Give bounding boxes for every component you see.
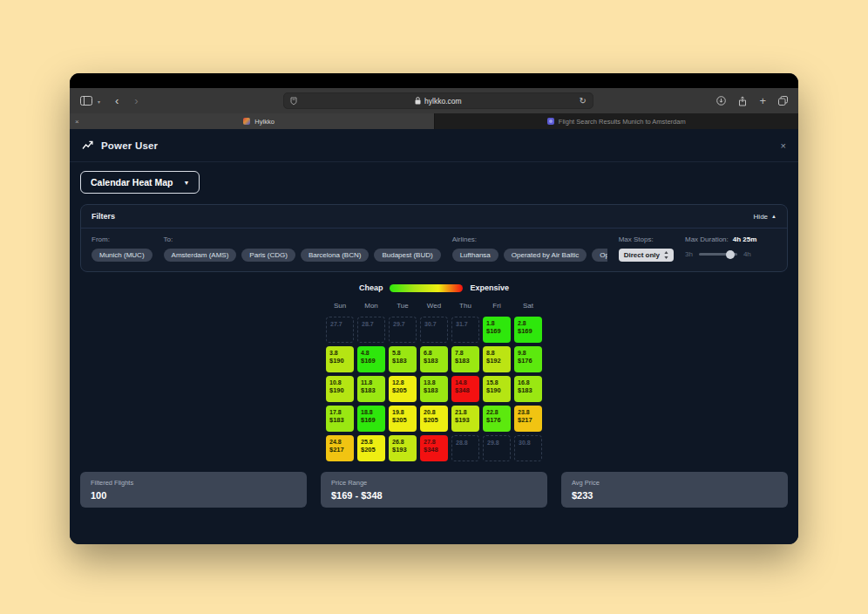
to-label: To:: [164, 235, 441, 243]
url-bar[interactable]: hylkko.com ↻: [283, 92, 593, 109]
heatmap-cell[interactable]: 13.8$183: [420, 376, 448, 402]
heatmap-week-row: 27.728.729.730.731.71.8$1692.8$169: [326, 317, 542, 343]
airlines-filter-group: Airlines: LufthansaOperated by Air Balti…: [452, 235, 607, 262]
heatmap-cell[interactable]: 7.8$183: [451, 346, 479, 372]
heatmap-cell[interactable]: 1.8$169: [483, 317, 511, 343]
day-header: Wed: [420, 302, 448, 310]
duration-slider[interactable]: [699, 253, 737, 256]
heatmap-cell[interactable]: 22.8$176: [483, 406, 511, 432]
hide-filters-button[interactable]: Hide ▲: [754, 213, 776, 221]
filter-chip[interactable]: Munich (MUC): [92, 249, 153, 262]
from-label: From:: [92, 235, 153, 243]
page-settings-icon[interactable]: [290, 97, 297, 106]
heatmap-cell[interactable]: 12.8$205: [389, 376, 417, 402]
tab-strip: × Hylkko Flight Search Results Munich to…: [70, 113, 798, 129]
heatmap-cell[interactable]: 10.8$190: [326, 376, 354, 402]
downloads-icon[interactable]: [716, 96, 726, 106]
heatmap-cell[interactable]: 23.8$217: [514, 406, 542, 432]
heatmap-cell[interactable]: 19.8$205: [389, 406, 417, 432]
tab-close-icon[interactable]: ×: [70, 118, 85, 126]
heatmap-cell[interactable]: 25.8$205: [357, 435, 385, 461]
airlines-label: Airlines:: [452, 235, 607, 243]
max-stops-label: Max Stops:: [619, 235, 674, 243]
heatmap-week-row: 10.8$19011.8$18312.8$20513.8$18314.8$348…: [326, 376, 542, 402]
close-panel-icon[interactable]: ×: [781, 140, 786, 151]
heatmap-cell[interactable]: 21.8$193: [451, 406, 479, 432]
view-selector-value: Calendar Heat Map: [91, 177, 173, 188]
chevron-down-icon: ▼: [184, 180, 190, 186]
max-stops-filter-group: Max Stops: Direct only: [619, 235, 674, 262]
from-filter-group: From: Munich (MUC): [92, 235, 153, 262]
heatmap-cell[interactable]: 9.8$176: [514, 346, 542, 372]
browser-window: ▾ ‹ › hylkko.com ↻ +: [70, 73, 798, 544]
sidebar-icon[interactable]: [80, 96, 92, 106]
calendar-heatmap: 27.728.729.730.731.71.8$1692.8$1693.8$19…: [70, 317, 798, 461]
select-arrows-icon: [664, 251, 668, 259]
filter-chip[interactable]: Amsterdam (AMS): [164, 249, 237, 262]
heatmap-cell-empty: 31.7: [451, 317, 479, 343]
back-icon[interactable]: ‹: [109, 95, 125, 106]
heatmap-cell[interactable]: 18.8$169: [357, 406, 385, 432]
filter-chip[interactable]: Paris (CDG): [241, 249, 295, 262]
day-header: Thu: [451, 302, 479, 310]
tab-overview-icon[interactable]: [778, 96, 788, 106]
page-content: Power User × Calendar Heat Map ▼ Filters…: [70, 129, 798, 544]
chevron-up-icon: ▲: [771, 214, 776, 219]
day-headers-row: SunMonTueWedThuFriSat: [70, 302, 798, 310]
filter-chip[interactable]: Operated by Air Baltic: [504, 249, 587, 262]
heatmap-cell[interactable]: 2.8$169: [514, 317, 542, 343]
filter-chip[interactable]: Budapest (BUD): [374, 249, 440, 262]
heatmap-legend: Cheap Expensive: [70, 283, 798, 292]
heatmap-cell-empty: 29.8: [483, 435, 511, 461]
window-titlebar: [70, 73, 798, 88]
reload-icon[interactable]: ↻: [580, 96, 587, 106]
filter-chip[interactable]: Barcelona (BCN): [301, 249, 369, 262]
tab-label: Flight Search Results Munich to Amsterda…: [559, 118, 686, 126]
heatmap-cell[interactable]: 27.8$348: [420, 435, 448, 461]
view-selector-dropdown[interactable]: Calendar Heat Map ▼: [80, 171, 200, 194]
heatmap-cell-empty: 30.8: [514, 435, 542, 461]
max-stops-select[interactable]: Direct only: [619, 249, 674, 262]
heatmap-cell[interactable]: 20.8$205: [420, 406, 448, 432]
heatmap-cell[interactable]: 3.8$190: [326, 346, 354, 372]
legend-cheap-label: Cheap: [359, 283, 383, 292]
tab-flight-results[interactable]: Flight Search Results Munich to Amsterda…: [435, 113, 799, 129]
heatmap-cell[interactable]: 14.8$348: [451, 376, 479, 402]
filters-panel: Filters Hide ▲ From: Munich (MUC) To: Am…: [80, 204, 788, 272]
page-title: Power User: [101, 140, 158, 151]
heatmap-week-row: 3.8$1904.8$1695.8$1836.8$1837.8$1838.8$1…: [326, 346, 542, 372]
heatmap-cell[interactable]: 24.8$217: [326, 435, 354, 461]
heatmap-cell[interactable]: 17.8$183: [326, 406, 354, 432]
heatmap-cell[interactable]: 16.8$183: [514, 376, 542, 402]
flight-favicon-icon: [547, 118, 554, 125]
heatmap-cell[interactable]: 6.8$183: [420, 346, 448, 372]
heatmap-cell[interactable]: 5.8$183: [389, 346, 417, 372]
day-header: Sun: [326, 302, 354, 310]
url-text[interactable]: hylkko.com: [424, 97, 462, 106]
heatmap-cell[interactable]: 26.8$193: [389, 435, 417, 461]
heatmap-cell[interactable]: 4.8$169: [357, 346, 385, 372]
duration-max-label: 4h: [743, 250, 751, 258]
share-icon[interactable]: [738, 96, 747, 106]
legend-expensive-label: Expensive: [470, 283, 509, 292]
filter-chip[interactable]: Lufthansa: [452, 249, 498, 262]
heatmap-cell[interactable]: 15.8$190: [483, 376, 511, 402]
day-header: Sat: [514, 302, 542, 310]
heatmap-cell[interactable]: 11.8$183: [357, 376, 385, 402]
heatmap-week-row: 24.8$21725.8$20526.8$19327.8$34828.829.8…: [326, 435, 542, 461]
heatmap-cell-empty: 28.8: [451, 435, 479, 461]
filter-chip[interactable]: Oper: [592, 249, 607, 262]
heatmap-cell-empty: 29.7: [389, 317, 417, 343]
max-duration-value: 4h 25m: [733, 235, 757, 243]
sidebar-chevron-icon[interactable]: ▾: [98, 99, 100, 105]
tab-hylkko[interactable]: × Hylkko: [70, 113, 435, 129]
slider-thumb[interactable]: [726, 250, 735, 259]
avg-price-card: Avg Price $233: [561, 472, 788, 508]
duration-min-label: 3h: [685, 250, 693, 258]
price-range-card: Price Range $169 - $348: [321, 472, 547, 508]
filtered-flights-card: Filtered Flights 100: [80, 472, 307, 508]
tab-label: Hylkko: [254, 118, 275, 126]
power-user-header: Power User ×: [70, 129, 798, 162]
heatmap-cell[interactable]: 8.8$192: [483, 346, 511, 372]
new-tab-icon[interactable]: +: [759, 95, 766, 106]
